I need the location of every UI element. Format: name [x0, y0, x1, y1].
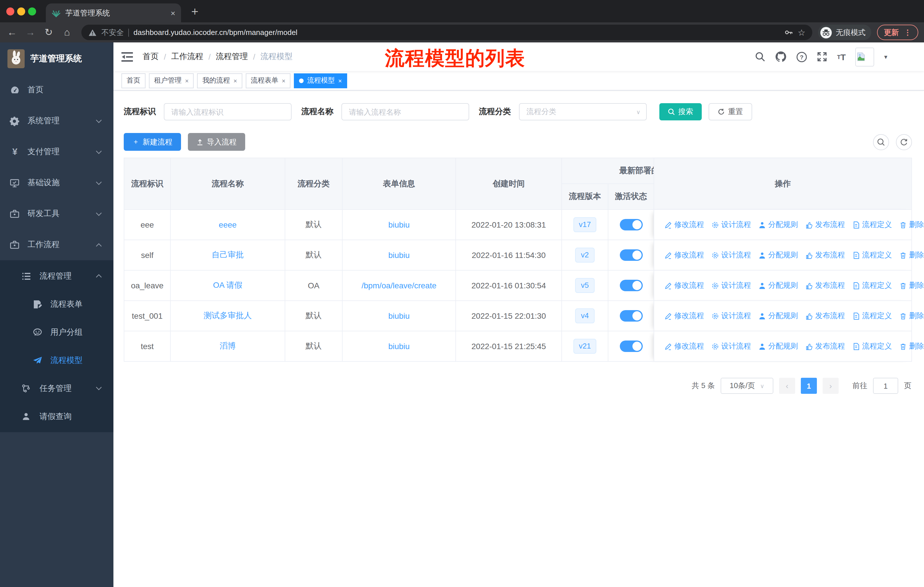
security-label[interactable]: 不安全 — [101, 27, 124, 38]
home-icon[interactable]: ⌂ — [61, 26, 73, 38]
edit-process-link[interactable]: 修改流程 — [665, 311, 704, 321]
publish-process-link[interactable]: 发布流程 — [805, 280, 845, 291]
process-definition-link[interactable]: 流程定义 — [852, 280, 892, 291]
active-toggle[interactable] — [620, 219, 642, 230]
form-link[interactable]: biubiu — [388, 251, 410, 260]
tag-home[interactable]: 首页 — [121, 73, 145, 88]
design-process-link[interactable]: 设计流程 — [711, 311, 751, 321]
form-link[interactable]: biubiu — [388, 311, 410, 321]
process-key-input[interactable] — [164, 103, 292, 121]
breadcrumb-process-mgmt[interactable]: 流程管理 — [216, 51, 248, 62]
bookmark-star-icon[interactable]: ☆ — [798, 27, 805, 38]
prev-page-button[interactable]: ‹ — [779, 378, 795, 394]
browser-menu-dots-icon[interactable]: ⋮ — [904, 28, 911, 37]
github-icon[interactable] — [775, 51, 787, 63]
sidebar-item-system[interactable]: 系统管理 — [0, 106, 114, 136]
delete-link[interactable]: 删除 — [899, 311, 924, 321]
publish-process-link[interactable]: 发布流程 — [805, 220, 845, 230]
version-badge[interactable]: v2 — [575, 248, 594, 262]
form-link[interactable]: biubiu — [388, 220, 410, 229]
forward-icon[interactable]: → — [24, 26, 37, 38]
create-process-button[interactable]: ＋ 新建流程 — [124, 133, 181, 151]
reset-button[interactable]: 重置 — [709, 103, 752, 121]
jump-page-input[interactable] — [873, 378, 898, 394]
process-name-link[interactable]: 滔博 — [220, 341, 236, 350]
window-controls[interactable] — [6, 7, 36, 15]
caret-down-icon[interactable]: ▾ — [884, 53, 887, 61]
active-toggle[interactable] — [620, 280, 642, 291]
sidebar-item-leave-query[interactable]: 请假查询 — [0, 402, 114, 430]
delete-link[interactable]: 删除 — [899, 341, 924, 351]
tag-process-form[interactable]: 流程表单 × — [246, 73, 291, 88]
form-link[interactable]: biubiu — [388, 342, 410, 351]
edit-process-link[interactable]: 修改流程 — [665, 220, 704, 230]
browser-update-button[interactable]: 更新 ⋮ — [877, 25, 918, 40]
font-size-icon[interactable]: TT — [837, 52, 846, 62]
back-icon[interactable]: ← — [6, 26, 18, 38]
publish-process-link[interactable]: 发布流程 — [805, 311, 845, 321]
key-icon[interactable] — [784, 28, 793, 37]
process-name-link[interactable]: OA 请假 — [213, 280, 243, 289]
process-name-link[interactable]: eeee — [219, 220, 237, 229]
category-select[interactable]: 流程分类 ∨ — [519, 103, 647, 121]
version-badge[interactable]: v5 — [575, 278, 594, 293]
process-definition-link[interactable]: 流程定义 — [852, 220, 892, 230]
sidebar-item-payment[interactable]: ¥ 支付管理 — [0, 136, 114, 167]
minimize-window-icon[interactable] — [17, 7, 25, 15]
tag-close-icon[interactable]: × — [338, 77, 342, 84]
assign-rule-link[interactable]: 分配规则 — [759, 311, 798, 321]
tag-close-icon[interactable]: × — [282, 77, 285, 84]
sidebar-item-process-mgmt[interactable]: 流程管理 — [0, 262, 114, 290]
page-1-button[interactable]: 1 — [801, 378, 817, 394]
breadcrumb-workflow[interactable]: 工作流程 — [171, 51, 203, 62]
design-process-link[interactable]: 设计流程 — [711, 280, 751, 291]
breadcrumb-home[interactable]: 首页 — [143, 51, 159, 62]
sidebar-item-home[interactable]: 首页 — [0, 74, 114, 106]
new-tab-icon[interactable]: ＋ — [189, 5, 201, 17]
delete-link[interactable]: 删除 — [899, 250, 924, 260]
address-bar[interactable]: 不安全 dashboard.yudao.iocoder.cn/bpm/manag… — [81, 25, 812, 40]
tag-my-process[interactable]: 我的流程 × — [197, 73, 242, 88]
process-name-input[interactable] — [342, 103, 469, 121]
active-toggle[interactable] — [620, 250, 642, 261]
tag-close-icon[interactable]: × — [233, 77, 237, 84]
edit-process-link[interactable]: 修改流程 — [665, 280, 704, 291]
assign-rule-link[interactable]: 分配规则 — [759, 280, 798, 291]
help-icon[interactable]: ? — [796, 51, 807, 62]
url-text[interactable]: dashboard.yudao.iocoder.cn/bpm/manager/m… — [134, 28, 779, 37]
edit-process-link[interactable]: 修改流程 — [665, 250, 704, 260]
process-name-link[interactable]: 测试多审批人 — [204, 311, 252, 320]
toggle-search-button[interactable] — [873, 134, 889, 150]
process-definition-link[interactable]: 流程定义 — [852, 250, 892, 260]
sidebar-item-workflow[interactable]: 工作流程 — [0, 229, 114, 260]
search-button[interactable]: 搜索 — [659, 103, 702, 121]
process-name-link[interactable]: 自己审批 — [212, 250, 244, 259]
active-toggle[interactable] — [620, 310, 642, 322]
app-logo[interactable]: 芋道管理系统 — [0, 42, 114, 74]
sidebar-item-devtools[interactable]: 研发工具 — [0, 198, 114, 229]
update-label[interactable]: 更新 — [884, 27, 899, 38]
import-process-button[interactable]: 导入流程 — [188, 133, 245, 151]
fullscreen-icon[interactable] — [817, 51, 827, 62]
design-process-link[interactable]: 设计流程 — [711, 220, 751, 230]
sidebar-item-infra[interactable]: 基础设施 — [0, 167, 114, 198]
form-link[interactable]: /bpm/oa/leave/create — [361, 281, 437, 290]
sidebar-item-process-form[interactable]: 流程表单 — [0, 290, 114, 318]
process-definition-link[interactable]: 流程定义 — [852, 341, 892, 351]
design-process-link[interactable]: 设计流程 — [711, 341, 751, 351]
close-window-icon[interactable] — [6, 7, 14, 15]
avatar[interactable] — [856, 47, 874, 66]
tag-process-model[interactable]: 流程模型 × — [294, 73, 347, 88]
publish-process-link[interactable]: 发布流程 — [805, 341, 845, 351]
zoom-window-icon[interactable] — [28, 7, 36, 15]
search-icon[interactable] — [755, 51, 765, 62]
sidebar-item-task-mgmt[interactable]: 任务管理 — [0, 374, 114, 402]
tag-close-icon[interactable]: × — [185, 77, 189, 84]
assign-rule-link[interactable]: 分配规则 — [759, 341, 798, 351]
delete-link[interactable]: 删除 — [899, 280, 924, 291]
reload-icon[interactable]: ↻ — [42, 26, 55, 38]
browser-tab[interactable]: 芋道管理系统 × — [46, 3, 181, 22]
next-page-button[interactable]: › — [823, 378, 839, 394]
process-definition-link[interactable]: 流程定义 — [852, 311, 892, 321]
sidebar-item-user-group[interactable]: 用户分组 — [0, 318, 114, 346]
